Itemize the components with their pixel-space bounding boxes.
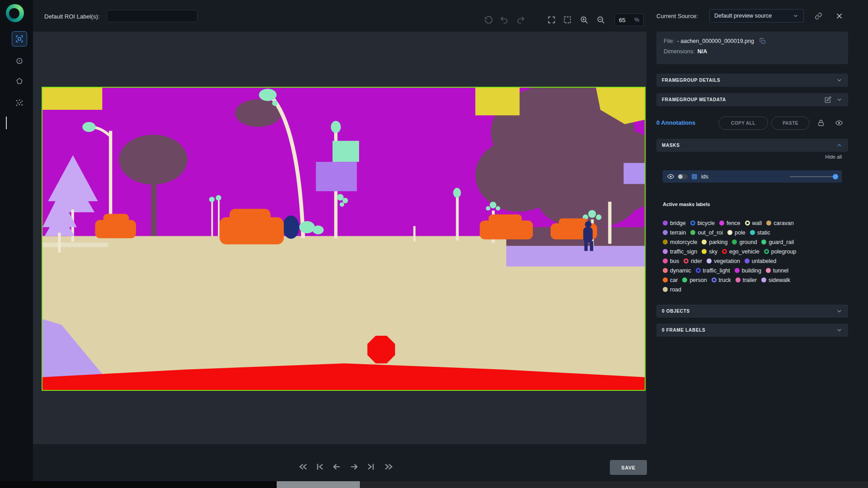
mask-color-dot xyxy=(682,277,687,282)
last-frame-button[interactable] xyxy=(366,462,376,472)
taskbar-item[interactable] xyxy=(277,481,360,488)
mask-color-dot xyxy=(684,258,689,263)
fit-screen-icon[interactable] xyxy=(547,15,556,24)
chevron-down-icon xyxy=(836,308,843,314)
mask-chip-label: vegetation xyxy=(714,258,740,264)
mask-chip-truck[interactable]: truck xyxy=(712,277,731,283)
first-frame-button[interactable] xyxy=(315,462,325,472)
file-info-card: File: - aachen_000000_000019.png Dimensi… xyxy=(656,32,848,64)
mask-chip-bicycle[interactable]: bicycle xyxy=(690,220,715,226)
mask-chip-tunnel[interactable]: tunnel xyxy=(766,267,788,274)
mask-chip-car[interactable]: car xyxy=(663,277,678,283)
mask-chip-ego_vehicle[interactable]: ego_vehicle xyxy=(722,249,760,255)
source-dropdown-value: Default preview source xyxy=(714,13,772,19)
framegroup-metadata-section[interactable]: FRAMEGROUP METADATA xyxy=(656,93,848,106)
zoom-in-icon[interactable] xyxy=(580,15,589,24)
mask-chip-label: out_of_roi xyxy=(698,230,723,236)
mask-chip-guard_rail[interactable]: guard_rail xyxy=(761,239,794,245)
zoom-level-input[interactable]: 65 % xyxy=(614,14,644,26)
mask-chip-polegroup[interactable]: polegroup xyxy=(764,249,797,255)
mask-color-dot xyxy=(690,221,695,225)
copy-all-button[interactable]: COPY ALL xyxy=(718,117,768,130)
mask-chip-person[interactable]: person xyxy=(682,277,707,283)
close-icon[interactable] xyxy=(835,12,843,20)
mask-color-dot xyxy=(663,258,668,263)
polygon-tool-button[interactable] xyxy=(12,74,27,89)
mask-chip-terrain[interactable]: terrain xyxy=(663,230,686,236)
mask-chip-label: parking xyxy=(709,239,727,245)
mask-chip-unlabeled[interactable]: unlabeled xyxy=(745,258,776,264)
mask-chip-bus[interactable]: bus xyxy=(663,258,679,264)
mask-chip-label: ground xyxy=(739,239,757,245)
zoom-out-icon[interactable] xyxy=(596,15,605,24)
objects-section[interactable]: 0 OBJECTS xyxy=(656,305,848,318)
frame-labels-section[interactable]: 0 FRAME LABELS xyxy=(656,324,848,337)
mask-chip-out_of_roi[interactable]: out_of_roi xyxy=(690,230,723,236)
framegroup-details-section[interactable]: FRAMEGROUP DETAILS xyxy=(656,74,848,87)
mask-chip-fence[interactable]: fence xyxy=(719,220,741,226)
link-icon[interactable] xyxy=(815,12,822,20)
mask-chip-label: bridge xyxy=(670,220,686,226)
circle-tool-button[interactable] xyxy=(12,53,27,69)
mask-chip-ground[interactable]: ground xyxy=(732,239,757,245)
mask-chip-trailer[interactable]: trailer xyxy=(736,277,757,283)
chevron-down-icon xyxy=(836,77,843,84)
redo-icon[interactable] xyxy=(516,15,525,24)
mask-chip-rider[interactable]: rider xyxy=(684,258,702,264)
mask-chip-parking[interactable]: parking xyxy=(702,239,727,245)
mask-ids-row[interactable]: ids xyxy=(663,170,842,183)
mask-color-dot xyxy=(712,277,717,282)
mask-chip-bridge[interactable]: bridge xyxy=(663,220,686,226)
main-area: Default ROI Label(s): 65 % xyxy=(33,0,651,481)
prev-frame-button[interactable] xyxy=(332,462,342,472)
mask-chip-motorcycle[interactable]: motorcycle xyxy=(663,239,697,245)
canvas-area xyxy=(33,32,646,444)
eye-icon[interactable] xyxy=(667,173,674,180)
mask-color-dot xyxy=(735,268,740,273)
annotation-canvas[interactable] xyxy=(42,87,646,391)
fast-forward-button[interactable] xyxy=(383,462,393,472)
rewind-button[interactable] xyxy=(297,462,307,472)
selection-region-icon[interactable] xyxy=(563,15,572,24)
paste-button[interactable]: PASTE xyxy=(771,117,810,130)
opacity-slider[interactable] xyxy=(790,176,837,177)
mask-chip-label: bus xyxy=(670,258,679,264)
mask-chip-sky[interactable]: sky xyxy=(702,249,717,255)
mask-color-dot xyxy=(663,239,668,244)
mask-chip-caravan[interactable]: caravan xyxy=(766,220,793,226)
source-dropdown[interactable]: Default preview source xyxy=(709,9,804,23)
mask-chip-pole[interactable]: pole xyxy=(727,230,745,236)
mask-color-dot xyxy=(696,268,701,273)
undo-icon[interactable] xyxy=(500,15,509,24)
mask-chip-label: fence xyxy=(726,220,741,226)
masks-section-header[interactable]: MASKS xyxy=(656,139,848,152)
next-frame-button[interactable] xyxy=(349,462,359,472)
bbox-tool-button[interactable] xyxy=(12,31,27,47)
grid-icon[interactable] xyxy=(691,174,698,180)
edit-icon[interactable] xyxy=(825,96,831,103)
opacity-slider-handle[interactable] xyxy=(833,174,838,179)
mask-chip-sidewalk[interactable]: sidewalk xyxy=(761,277,790,283)
ids-visibility-toggle[interactable] xyxy=(678,174,688,179)
mask-chip-wall[interactable]: wall xyxy=(745,220,762,226)
copy-filename-icon[interactable] xyxy=(760,38,766,44)
mask-chip-building[interactable]: building xyxy=(735,267,761,274)
visibility-eye-icon[interactable] xyxy=(835,119,843,127)
mask-chip-label: truck xyxy=(719,277,731,283)
history-icon[interactable] xyxy=(484,15,493,24)
mask-chip-vegetation[interactable]: vegetation xyxy=(707,258,740,264)
mask-chip-traffic_sign[interactable]: traffic_sign xyxy=(663,249,697,255)
mask-color-dot xyxy=(766,268,771,273)
mask-color-dot xyxy=(732,239,737,244)
mask-chip-dynamic[interactable]: dynamic xyxy=(663,267,691,274)
roi-input[interactable] xyxy=(107,10,198,22)
mask-chip-static[interactable]: static xyxy=(750,230,770,236)
mask-chip-rows: bridgebicyclefencewallcaravanterrainout_… xyxy=(663,218,844,294)
zoom-value: 65 xyxy=(619,17,625,23)
spray-points-tool-button[interactable] xyxy=(12,95,27,111)
mask-chip-road[interactable]: road xyxy=(663,286,681,293)
hide-all-link[interactable]: Hide all xyxy=(825,154,842,160)
save-button[interactable]: SAVE xyxy=(610,460,647,475)
lock-icon[interactable] xyxy=(817,119,825,127)
mask-chip-traffic_light[interactable]: traffic_light xyxy=(696,267,730,274)
